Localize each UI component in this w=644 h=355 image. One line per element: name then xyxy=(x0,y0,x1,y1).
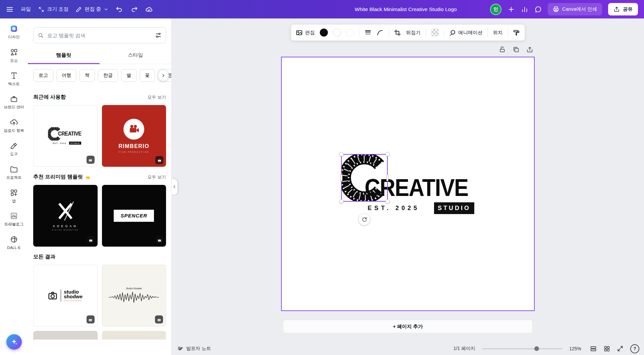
design-title[interactable]: White Black Minimalist Creative Studio L… xyxy=(355,6,457,12)
editing-mode-label: 편집 중 xyxy=(85,6,101,12)
sparkle-icon xyxy=(10,338,18,346)
flip-button[interactable]: 뒤집기 xyxy=(406,30,421,36)
lock-icon[interactable] xyxy=(499,46,506,53)
add-page-button[interactable]: + 페이지 추가 xyxy=(283,320,533,333)
color-swatch-white[interactable] xyxy=(333,29,341,37)
zoom-level[interactable]: 125% xyxy=(569,346,583,351)
rail-item-tools[interactable]: 도구 xyxy=(0,140,28,159)
comments-button[interactable] xyxy=(534,6,542,13)
chip-hangul[interactable]: 한글 xyxy=(98,69,118,82)
edit-image-button[interactable]: 편집 xyxy=(296,29,315,36)
chip-travel[interactable]: 여행 xyxy=(56,69,76,82)
rotate-handle[interactable] xyxy=(359,214,370,225)
chip-star[interactable]: 별 xyxy=(121,69,137,82)
template-thumb-partial[interactable] xyxy=(102,331,166,340)
animate-button[interactable]: 애니메이션 xyxy=(449,29,483,36)
rail-item-travelog[interactable]: 트래블로그 xyxy=(0,210,28,229)
section-recent-title: 최근에 사용함 xyxy=(33,94,66,101)
print-with-canva-button[interactable]: Canva에서 인쇄 xyxy=(548,3,602,15)
chip-flower[interactable]: 꽃 xyxy=(140,69,155,82)
film-camera-icon xyxy=(128,123,140,135)
template-thumb-spencer[interactable]: SPENCER xyxy=(102,185,166,247)
crop-button[interactable] xyxy=(394,29,401,36)
grid-view-icon[interactable] xyxy=(603,345,610,352)
chips-scroll-next-button[interactable] xyxy=(158,70,169,81)
avatar[interactable]: 인 xyxy=(490,4,501,15)
section-all-header: 모든 결과 xyxy=(28,253,171,260)
rail-item-uploads[interactable]: 업로드 항목 xyxy=(0,116,28,135)
filter-icon[interactable] xyxy=(155,32,162,39)
curve-button[interactable] xyxy=(377,29,384,36)
sync-status-button[interactable] xyxy=(145,6,153,13)
resize-handle-bottom-left[interactable] xyxy=(339,199,343,204)
rail-item-dalle[interactable]: DALL·E xyxy=(0,233,28,252)
add-member-button[interactable] xyxy=(507,6,515,13)
redo-button[interactable] xyxy=(130,6,138,13)
spencer-name: SPENCER xyxy=(120,213,147,218)
color-swatch-black[interactable] xyxy=(320,29,328,37)
template-thumb-creative[interactable]: CREATIVE EST. 2023 STUDIO xyxy=(33,105,98,167)
resize-button[interactable]: 크기 조정 xyxy=(38,6,68,12)
rail-item-brand[interactable]: 브랜드 센터 xyxy=(0,93,28,112)
section-recent-see-all[interactable]: 모두 보기 xyxy=(147,94,166,100)
home-menu-button[interactable] xyxy=(6,6,13,13)
share-button[interactable]: 공유 xyxy=(608,3,638,15)
logo-subline[interactable]: EST. 2025 STUDIO xyxy=(368,202,474,214)
template-thumb-shodwe-wave[interactable]: Studio Shodwe xyxy=(102,265,166,326)
position-button[interactable]: 위치 xyxy=(493,30,503,36)
divider xyxy=(488,28,488,37)
resize-handle-bottom-right[interactable] xyxy=(385,199,390,204)
shodwe-line2: shodwe xyxy=(64,294,83,299)
chip-logo[interactable]: 로고 xyxy=(33,69,53,82)
page-indicator[interactable]: 1/1 페이지 xyxy=(453,346,475,352)
transparency-button[interactable] xyxy=(431,29,438,36)
tab-templates[interactable]: 템플릿 xyxy=(28,47,100,64)
magic-assistant-button[interactable] xyxy=(6,334,22,350)
rail-item-design[interactable]: 디자인 xyxy=(0,22,28,42)
rail-label-uploads: 업로드 항목 xyxy=(4,129,24,133)
logo-studio-text[interactable]: STUDIO xyxy=(434,202,474,214)
canvas-page[interactable]: CREATIVE EST. 2025 STUDIO xyxy=(282,57,534,310)
rail-item-apps[interactable]: 앱 xyxy=(0,187,28,206)
file-menu-button[interactable]: 파일 xyxy=(21,6,31,12)
stroke-weight-button[interactable] xyxy=(365,29,372,36)
section-premium-title-text: 추천 프리미엄 템플릿 xyxy=(33,173,83,181)
resize-handle-top-right[interactable] xyxy=(385,152,390,156)
chip-book[interactable]: 책 xyxy=(79,69,95,82)
presenter-notes-button[interactable]: 발표자 노트 xyxy=(177,346,211,352)
template-thumb-rimberio[interactable]: RIMBERIO FILM PRODUCTION xyxy=(102,105,166,167)
zoom-slider-track[interactable] xyxy=(482,348,562,349)
share-page-icon[interactable] xyxy=(526,46,533,53)
zoom-slider-thumb[interactable] xyxy=(534,346,539,351)
tab-styles[interactable]: 스타일 xyxy=(100,47,171,64)
template-thumb-xoegan[interactable]: XOEGAN DIGITAL MARKETING xyxy=(33,185,98,247)
rail-item-elements[interactable]: 요소 xyxy=(0,46,28,65)
fullscreen-icon[interactable] xyxy=(617,345,624,352)
undo-button[interactable] xyxy=(116,6,123,13)
insights-button[interactable] xyxy=(521,6,528,13)
selection-box xyxy=(341,154,388,202)
color-swatch-white-2[interactable] xyxy=(346,29,354,37)
duplicate-page-icon[interactable] xyxy=(513,46,520,53)
editing-mode-button[interactable]: 편집 중 xyxy=(76,6,108,12)
rail-item-text[interactable]: 텍스트 xyxy=(0,69,28,89)
template-thumb-partial[interactable] xyxy=(33,331,98,340)
copy-style-button[interactable] xyxy=(513,29,520,36)
zoom-slider[interactable] xyxy=(482,346,562,351)
template-thumb-shodwe-photo[interactable]: studio shodwe PHOTOGRAPHY xyxy=(33,265,98,326)
hamburger-icon xyxy=(6,6,13,13)
rail-item-projects[interactable]: 프로젝트 xyxy=(0,163,28,182)
stroke-weight-icon xyxy=(365,29,372,36)
pages-view-icon[interactable] xyxy=(590,345,597,352)
resize-handle-top-left[interactable] xyxy=(339,152,343,156)
soundwave-graphic xyxy=(109,290,159,304)
text-icon xyxy=(10,71,18,80)
rail-label-tools: 도구 xyxy=(10,152,18,157)
resize-handle-right[interactable] xyxy=(386,174,388,181)
help-button[interactable]: ? xyxy=(630,344,639,353)
panel-collapse-button[interactable] xyxy=(172,179,177,195)
section-premium-see-all[interactable]: 모두 보기 xyxy=(147,174,166,180)
logo-est-text[interactable]: EST. 2025 xyxy=(368,205,420,212)
resize-handle-left[interactable] xyxy=(340,174,342,181)
search-input[interactable] xyxy=(47,33,152,38)
